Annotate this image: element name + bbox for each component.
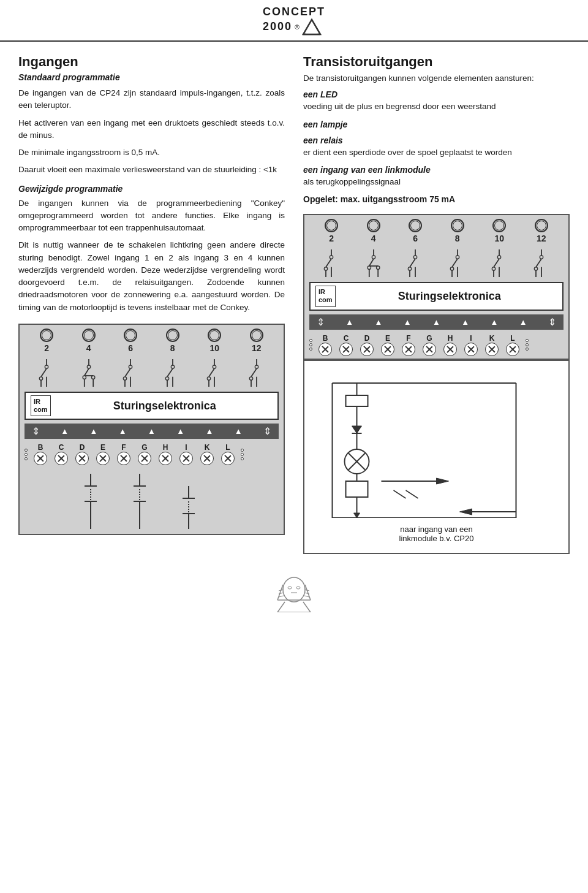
terminal-f: F: [115, 443, 133, 465]
svg-point-122: [283, 577, 305, 602]
right-section-title: Transistoruitgangen: [303, 54, 570, 70]
naar-label: naar ingang van een linkmodule b.v. CP20: [317, 520, 556, 547]
svg-marker-111: [437, 478, 449, 484]
dot3: [24, 457, 28, 460]
r-circle-icon-10: [492, 219, 506, 232]
circle-icon-4: [82, 329, 96, 342]
left-switch-row: [20, 354, 284, 392]
sturingselektronica-label-right: Sturingselektronica: [342, 290, 557, 303]
r-switch-symbol-3: [404, 249, 426, 277]
r-circle-icon-6: [409, 219, 422, 232]
logo-triangle-icon: [302, 18, 322, 36]
r-terminal-f: F: [399, 334, 418, 356]
left-num-10: 10: [201, 329, 228, 353]
left-diagram-numbers-row: 2 4 6 8 10: [20, 325, 284, 354]
lampje-title: een lampje: [303, 120, 570, 129]
r-circle-icon-8: [451, 219, 464, 232]
screw-c: [55, 452, 68, 465]
svg-point-61: [325, 267, 328, 270]
left-subtitle: Standaard programmatie: [18, 72, 285, 82]
left-para2: Het activeren van een ingang met een dru…: [18, 117, 285, 142]
circle-icon-10: [208, 329, 221, 342]
brand-year: 2000: [263, 21, 292, 33]
arrow-up-7: ▲: [235, 427, 243, 436]
terminal-h: H: [156, 443, 175, 465]
left-terminal-row: B C D E F: [20, 441, 284, 468]
terminal-k: K: [198, 443, 216, 465]
terminal-c: C: [52, 443, 70, 465]
svg-point-132: [288, 587, 292, 589]
switch-symbol-4: [162, 359, 184, 387]
svg-point-20: [124, 377, 127, 380]
r-left-dots: [309, 339, 312, 351]
r-dot3: [309, 348, 312, 351]
left-arrow-strip: ⇕ ▲ ▲ ▲ ▲ ▲ ▲ ▲ ⇕: [24, 424, 279, 439]
terminal-e: E: [94, 443, 112, 465]
svg-line-136: [303, 602, 311, 612]
r-screw-f: [402, 343, 415, 356]
left-para3: De minimale ingangsstroom is 0,5 mA.: [18, 146, 285, 159]
circle-icon-8: [166, 329, 179, 342]
svg-rect-97: [346, 395, 368, 406]
r-circle-icon-12: [535, 219, 548, 232]
dot6: [241, 457, 244, 460]
led-text: voeding uit de plus en begrensd door een…: [303, 101, 570, 113]
r-screw-e: [381, 343, 394, 356]
r-arrow-up-7: ▲: [519, 317, 527, 327]
svg-point-38: [249, 377, 252, 380]
main-content: Ingangen Standaard programmatie De ingan…: [0, 42, 588, 566]
r-dot1: [309, 339, 312, 342]
svg-point-93: [534, 267, 537, 270]
left-para6: Dit is nuttig wanneer de te schakelen li…: [18, 239, 285, 314]
svg-point-81: [450, 267, 453, 270]
right-item-lampje: een lampje: [303, 120, 570, 129]
r-terminal-c: C: [337, 334, 355, 356]
switch-symbol-1: [36, 359, 58, 387]
double-arrow-left: ⇕: [32, 425, 40, 437]
r-arrow-up-2: ▲: [375, 317, 383, 327]
bold-note: Opgelet: max. uitgangsstroom 75 mA: [303, 194, 570, 204]
left-para4: Daaruit vloeit een maximale verliesweers…: [18, 164, 285, 176]
circle-icon-2: [40, 329, 53, 342]
right-num-2: 2: [318, 219, 345, 243]
circle-icon-6: [124, 329, 137, 342]
r-arrow-up-3: ▲: [404, 317, 412, 327]
svg-line-135: [277, 602, 285, 612]
dot5: [241, 453, 244, 456]
right-para1: De transistoruitgangen kunnen volgende e…: [303, 72, 570, 85]
r-screw-l: [506, 343, 519, 356]
svg-line-25: [167, 368, 173, 377]
svg-line-19: [125, 368, 130, 377]
arrow-up-3: ▲: [119, 427, 127, 436]
right-diagram-numbers-row: 2 4 6 8 10: [304, 215, 568, 245]
arrow-up-1: ▲: [61, 427, 69, 436]
switch-symbol-5: [203, 359, 225, 387]
linkmodule-title: een ingang van een linkmodule: [303, 165, 570, 175]
terminal-b: B: [31, 443, 50, 465]
linkmodule-text: als terugkoppelingssignaal: [303, 176, 570, 188]
r-screw-b: [318, 343, 332, 356]
r-arrow-up-6: ▲: [491, 317, 499, 327]
r-arrow-up-5: ▲: [461, 317, 469, 327]
r-switch-symbol-4: [447, 249, 469, 277]
arrow-up-2: ▲: [90, 427, 98, 436]
reg-symbol: ®: [295, 23, 300, 31]
r-terminal-k: K: [483, 334, 501, 356]
svg-point-26: [165, 377, 168, 380]
r-terminal-h: H: [441, 334, 459, 356]
terminal-i: I: [177, 443, 195, 465]
r-screw-c: [339, 343, 353, 356]
arrow-up-6: ▲: [206, 427, 214, 436]
terminal-g: G: [135, 443, 154, 465]
svg-marker-113: [354, 513, 360, 518]
left-sturingselektronica-row: IRcom Sturingselektronica: [24, 392, 279, 420]
right-item-linkmodule: een ingang van een linkmodule als terugk…: [303, 165, 570, 188]
svg-line-80: [452, 259, 458, 267]
screw-b: [34, 452, 47, 465]
r-terminal-l: L: [503, 334, 522, 356]
switch-symbol-2: [78, 359, 100, 387]
right-arrow-strip: ⇕ ▲ ▲ ▲ ▲ ▲ ▲ ▲ ⇕: [309, 314, 564, 330]
r-arrow-up-1: ▲: [345, 317, 353, 327]
left-dots: [24, 449, 28, 460]
left-column: Ingangen Standaard programmatie De ingan…: [18, 54, 285, 554]
